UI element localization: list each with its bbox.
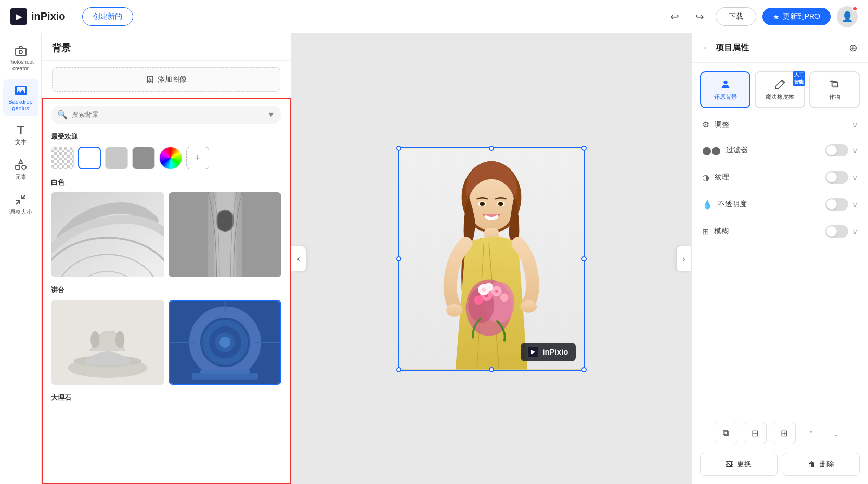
undo-button[interactable]: ↩ [666,7,684,26]
sidebar-item-photoshoot[interactable]: Photoshoot creator [3,40,38,77]
properties-header: ← 项目属性 ⊕ [692,33,868,63]
white-bg-thumb-1[interactable] [51,192,164,277]
blur-label: 模糊 [714,227,729,236]
add-image-button[interactable]: 🖼 添加图像 [52,67,280,92]
replace-label: 更换 [737,460,752,469]
logo-text: inPixio [31,10,66,22]
properties-footer: ⧉ ⊟ ⊞ ↑ ↓ 🖼 更换 [692,413,868,484]
magic-eraser-label: 魔法橡皮擦 [766,93,794,101]
align-button[interactable]: ⊞ [773,422,796,444]
watermark-logo-icon: ▶ [528,347,538,357]
texture-row[interactable]: ◑ 纹理 ∨ [692,164,868,191]
texture-toggle[interactable] [825,171,848,184]
filter-chevron: ∨ [852,146,858,154]
sidebar-item-backdrop[interactable]: Backdrop genius [3,79,38,116]
resize-icon [15,193,27,206]
sidebar-item-resize[interactable]: 调整大小 [3,188,38,221]
blur-row[interactable]: ⊞ 模糊 ∨ [692,218,868,245]
svg-point-18 [90,331,99,348]
copy-button[interactable]: ⧉ [715,422,737,444]
filter-icon: ⬤⬤ [702,146,721,155]
move-up-button[interactable]: ↑ [802,422,821,444]
svg-point-3 [22,165,26,169]
delete-button[interactable]: 🗑 删除 [783,453,860,476]
copy-icon: ⧉ [723,428,729,438]
adjust-chevron: ∨ [852,121,858,129]
sidebar-item-elements[interactable]: 元素 [3,153,38,186]
delete-label: 删除 [820,460,834,469]
svg-point-35 [480,202,485,206]
sidebar-item-text[interactable]: 文本 [3,119,38,151]
opacity-toggle[interactable] [825,198,848,211]
properties-panel: ← 项目属性 ⊕ 还原背景 人工智能 魔法橡皮擦 [691,33,868,484]
svg-rect-2 [16,165,20,169]
redo-button[interactable]: ↪ [691,7,709,26]
props-tool[interactable]: 作物 [809,71,860,108]
swatch-gray1[interactable] [105,147,128,169]
adjust-row[interactable]: ⚙ 调整 ∨ [692,112,868,137]
restore-icon [720,79,731,90]
user-avatar-button[interactable]: 👤 [837,6,858,27]
search-input[interactable] [72,111,263,119]
texture-icon: ◑ [702,173,709,182]
opacity-row[interactable]: 💧 不透明度 ∨ [692,191,868,218]
download-button[interactable]: 下载 [716,7,756,26]
crop-icon [829,79,840,90]
pro-icon: ★ [773,12,780,21]
split-vertical-button[interactable]: ⊟ [744,422,767,444]
move-down-button[interactable]: ↓ [827,422,846,444]
swatch-transparent[interactable] [51,147,74,169]
platform-bg-thumb-2[interactable] [169,300,282,385]
opacity-icon: 💧 [702,200,712,210]
left-sidebar: Photoshoot creator Backdrop genius 文本 元素 [0,33,42,484]
back-button[interactable]: ← [702,43,711,54]
image-frame[interactable]: ▶ inPixio [398,147,585,371]
add-image-icon: 🖼 [146,75,153,84]
svg-point-33 [468,179,514,230]
app-logo: ▶ inPixio [10,8,66,25]
filter-row[interactable]: ⬤⬤ 过滤器 ∨ [692,137,868,164]
color-swatches: + [51,147,281,169]
svg-point-37 [498,202,503,206]
svg-point-53 [723,81,727,84]
notification-dot [852,6,858,11]
platform-bg-thumb-1[interactable] [51,300,164,385]
corner-handle-ml[interactable] [396,256,401,261]
panel-add-image-section: 🖼 添加图像 [42,61,291,98]
logo-icon: ▶ [10,8,27,25]
corner-handle-tm[interactable] [489,146,494,151]
magic-eraser-icon [774,79,786,90]
collapse-panel-button[interactable]: ‹ [291,246,306,271]
filter-icon[interactable]: ▼ [267,110,275,120]
corner-handle-tr[interactable] [581,146,587,151]
corner-handle-bm[interactable] [489,367,494,372]
replace-icon: 🖼 [726,460,733,468]
restore-bg-tool[interactable]: 还原背景 [700,71,750,108]
filter-toggle[interactable] [825,144,848,156]
layers-icon[interactable]: ⊕ [849,42,858,54]
corner-handle-tl[interactable] [396,146,401,151]
upgrade-pro-button[interactable]: ★ 更新到PRO [762,8,831,25]
avatar-icon: 👤 [841,11,853,22]
blur-toggle[interactable] [825,225,848,238]
marble-section-title: 大理石 [51,393,281,402]
corner-handle-br[interactable] [581,367,587,372]
corner-handle-mr[interactable] [581,256,587,261]
white-bg-thumb-2[interactable] [169,192,282,277]
search-icon: 🔍 [57,110,68,120]
popular-section-title: 最受欢迎 [51,132,281,141]
action-icons-row: ⧉ ⊟ ⊞ ↑ ↓ [700,422,860,444]
corner-handle-bl[interactable] [396,367,401,372]
swatch-rainbow[interactable] [159,147,182,169]
swatch-gray2[interactable] [132,147,155,169]
delete-icon: 🗑 [808,460,815,468]
swatch-white[interactable] [78,147,101,169]
create-new-button[interactable]: 创建新的 [82,7,133,26]
collapse-right-panel-button[interactable]: › [677,246,691,271]
add-swatch-button[interactable]: + [186,147,209,169]
ai-badge: 人工智能 [793,71,805,86]
down-arrow-icon: ↓ [834,428,838,439]
replace-button[interactable]: 🖼 更换 [700,453,778,476]
texture-label: 纹理 [715,173,729,182]
magic-eraser-tool[interactable]: 人工智能 魔法橡皮擦 [755,71,805,108]
